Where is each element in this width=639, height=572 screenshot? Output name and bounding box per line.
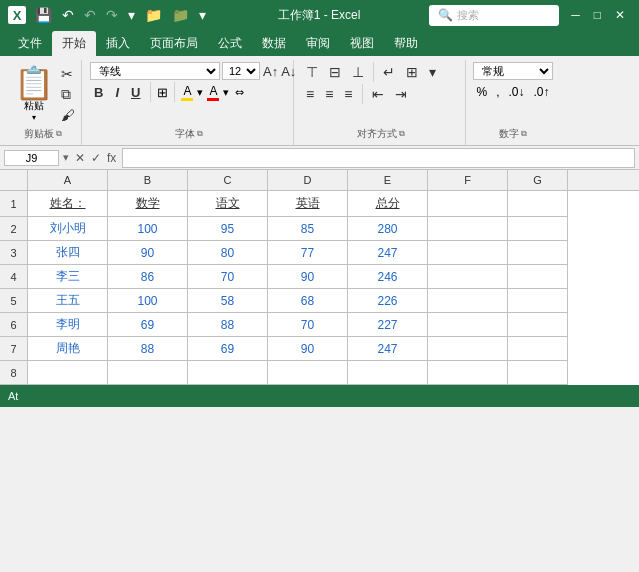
decrease-font-button[interactable]: A↓	[280, 64, 297, 79]
cell-E5[interactable]: 226	[348, 289, 428, 313]
cell-F1[interactable]	[428, 191, 508, 217]
percent-button[interactable]: %	[473, 84, 490, 100]
number-expand-icon[interactable]: ⧉	[521, 129, 527, 139]
cell-A5[interactable]: 王五	[28, 289, 108, 313]
cell-G6[interactable]	[508, 313, 568, 337]
cell-G5[interactable]	[508, 289, 568, 313]
wrap-text-button[interactable]: ↵	[379, 62, 399, 82]
font-size-select[interactable]: 12	[222, 62, 260, 80]
increase-decimal-button[interactable]: .0↑	[531, 84, 553, 100]
cell-C8[interactable]	[188, 361, 268, 385]
dropdown-icon[interactable]: ▾	[196, 7, 209, 23]
cell-D3[interactable]: 77	[268, 241, 348, 265]
tab-data[interactable]: 数据	[252, 31, 296, 56]
merge-dropdown-button[interactable]: ▾	[425, 62, 440, 82]
folder-icon[interactable]: 📁	[142, 7, 165, 23]
increase-font-button[interactable]: A↑	[262, 64, 279, 79]
row-header-8[interactable]: 8	[0, 361, 28, 385]
tab-home[interactable]: 开始	[52, 31, 96, 56]
comma-button[interactable]: ,	[493, 84, 502, 100]
row-header-3[interactable]: 3	[0, 241, 28, 265]
cell-G4[interactable]	[508, 265, 568, 289]
cell-C7[interactable]: 69	[188, 337, 268, 361]
cell-A7[interactable]: 周艳	[28, 337, 108, 361]
number-format-select[interactable]: 常规	[473, 62, 553, 80]
col-header-B[interactable]: B	[108, 170, 188, 190]
row-header-6[interactable]: 6	[0, 313, 28, 337]
cancel-formula-icon[interactable]: ✕	[73, 151, 87, 165]
cell-C4[interactable]: 70	[188, 265, 268, 289]
cell-E7[interactable]: 247	[348, 337, 428, 361]
cell-A1[interactable]: 姓名：	[28, 191, 108, 217]
search-box[interactable]: 🔍 搜索	[429, 5, 559, 26]
cell-A2[interactable]: 刘小明	[28, 217, 108, 241]
italic-button[interactable]: I	[111, 83, 123, 102]
cell-B3[interactable]: 90	[108, 241, 188, 265]
col-header-E[interactable]: E	[348, 170, 428, 190]
cell-G7[interactable]	[508, 337, 568, 361]
cell-E1[interactable]: 总分	[348, 191, 428, 217]
underline-button[interactable]: U	[127, 83, 144, 102]
cell-E8[interactable]	[348, 361, 428, 385]
cell-B4[interactable]: 86	[108, 265, 188, 289]
cell-A8[interactable]	[28, 361, 108, 385]
row-header-7[interactable]: 7	[0, 337, 28, 361]
font-color-button[interactable]: A	[207, 84, 219, 101]
font-expand-icon[interactable]: ⧉	[197, 129, 203, 139]
maximize-button[interactable]: □	[588, 8, 607, 22]
tab-view[interactable]: 视图	[340, 31, 384, 56]
cell-B7[interactable]: 88	[108, 337, 188, 361]
cell-A4[interactable]: 李三	[28, 265, 108, 289]
fill-color-dropdown[interactable]: ▾	[197, 86, 203, 99]
cell-F2[interactable]	[428, 217, 508, 241]
cell-G2[interactable]	[508, 217, 568, 241]
save-icon[interactable]: 💾	[32, 7, 55, 23]
folder2-icon[interactable]: 📁	[169, 7, 192, 23]
cell-F3[interactable]	[428, 241, 508, 265]
cell-B8[interactable]	[108, 361, 188, 385]
font-name-select[interactable]: 等线	[90, 62, 220, 80]
cell-E2[interactable]: 280	[348, 217, 428, 241]
format-painter-icon[interactable]: 🖌	[61, 106, 75, 124]
align-left-button[interactable]: ≡	[302, 84, 318, 104]
more-icon[interactable]: ▾	[125, 7, 138, 23]
close-button[interactable]: ✕	[609, 8, 631, 22]
tab-review[interactable]: 审阅	[296, 31, 340, 56]
cell-B2[interactable]: 100	[108, 217, 188, 241]
border-button[interactable]: ⊞	[157, 85, 168, 100]
cell-F8[interactable]	[428, 361, 508, 385]
wrap-text-icon[interactable]: ⇔	[235, 86, 244, 99]
align-bottom-button[interactable]: ⊥	[348, 62, 368, 82]
col-header-G[interactable]: G	[508, 170, 568, 190]
merge-center-button[interactable]: ⊞	[402, 62, 422, 82]
copy-icon[interactable]: ⧉	[61, 85, 75, 103]
cell-C6[interactable]: 88	[188, 313, 268, 337]
align-top-button[interactable]: ⊤	[302, 62, 322, 82]
decrease-indent-button[interactable]: ⇤	[368, 84, 388, 104]
cell-G3[interactable]	[508, 241, 568, 265]
font-color-dropdown[interactable]: ▾	[223, 86, 229, 99]
row-header-1[interactable]: 1	[0, 191, 28, 217]
cell-D1[interactable]: 英语	[268, 191, 348, 217]
cell-F5[interactable]	[428, 289, 508, 313]
cell-C1[interactable]: 语文	[188, 191, 268, 217]
tab-insert[interactable]: 插入	[96, 31, 140, 56]
cell-C3[interactable]: 80	[188, 241, 268, 265]
cell-G8[interactable]	[508, 361, 568, 385]
cell-D5[interactable]: 68	[268, 289, 348, 313]
cut-icon[interactable]: ✂	[61, 65, 75, 83]
cell-A6[interactable]: 李明	[28, 313, 108, 337]
cell-C2[interactable]: 95	[188, 217, 268, 241]
cell-D2[interactable]: 85	[268, 217, 348, 241]
formula-input[interactable]	[122, 148, 635, 168]
cell-F4[interactable]	[428, 265, 508, 289]
align-right-button[interactable]: ≡	[340, 84, 356, 104]
align-center-button[interactable]: ≡	[321, 84, 337, 104]
tab-formulas[interactable]: 公式	[208, 31, 252, 56]
cell-B5[interactable]: 100	[108, 289, 188, 313]
insert-function-icon[interactable]: fx	[105, 151, 118, 165]
cell-E6[interactable]: 227	[348, 313, 428, 337]
cell-G1[interactable]	[508, 191, 568, 217]
cell-D6[interactable]: 70	[268, 313, 348, 337]
col-header-F[interactable]: F	[428, 170, 508, 190]
